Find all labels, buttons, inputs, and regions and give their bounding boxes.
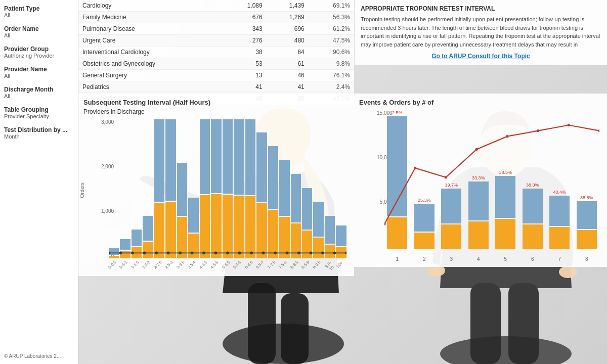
bar-blue-right bbox=[549, 196, 570, 226]
filter-order-name-label: Order Name bbox=[4, 25, 74, 32]
chart-left-container: Orders 3,0002,0001,0000 0-0.50.5-11-1.51… bbox=[83, 119, 349, 271]
bar-blue-right bbox=[495, 176, 515, 218]
bar-orange-right bbox=[441, 224, 461, 250]
bar-group bbox=[313, 119, 323, 258]
bar-orange bbox=[279, 217, 289, 259]
bar-orange bbox=[188, 234, 198, 259]
table-row: Obstetrics and Gynecology 53 61 9.8% bbox=[78, 58, 354, 70]
bar-group-right: 38.0% bbox=[520, 110, 546, 249]
col2-cell: 1,439 bbox=[267, 0, 309, 12]
info-panel: APPROPRIATE TROPONIN RETEST INTERVAL Tro… bbox=[354, 0, 607, 65]
chart-left-subtitle: Providers in Discharge bbox=[83, 108, 349, 115]
table-row: Pediatrics 41 41 2.4% bbox=[78, 81, 354, 93]
bar-orange bbox=[325, 245, 335, 259]
filter-order-name-value: All bbox=[4, 32, 74, 38]
sidebar: Patient Type All Order Name All Provider… bbox=[0, 0, 78, 364]
col2-cell: 61 bbox=[267, 58, 309, 70]
bar-orange bbox=[143, 242, 153, 258]
filter-table-grouping-value: Provider Specialty bbox=[4, 113, 74, 119]
copyright-footer: © ARUP Laboratories 2... bbox=[4, 353, 61, 359]
bar-orange bbox=[120, 251, 130, 258]
bar-group bbox=[200, 119, 210, 258]
x-axis-label-right: 4 bbox=[466, 256, 492, 262]
bar-blue bbox=[234, 119, 244, 195]
bar-orange bbox=[165, 202, 176, 258]
col1-cell: 41 bbox=[225, 81, 267, 93]
bar-blue bbox=[302, 188, 312, 230]
bar-orange bbox=[256, 203, 267, 258]
bar-orange-right bbox=[549, 227, 570, 249]
bar-blue bbox=[154, 119, 164, 202]
bar-orange bbox=[268, 210, 278, 258]
bar-group bbox=[188, 119, 198, 258]
filter-order-name[interactable]: Order Name All bbox=[4, 25, 74, 38]
percentage-label: 25.3% bbox=[418, 198, 431, 203]
col1-cell: 38 bbox=[225, 47, 267, 58]
bar-group bbox=[143, 119, 153, 258]
bar-group bbox=[268, 119, 278, 258]
specialty-cell: Pulmonary Disease bbox=[78, 23, 225, 35]
col1-cell: 343 bbox=[225, 23, 267, 35]
bar-blue bbox=[132, 230, 142, 246]
bar-blue bbox=[313, 202, 323, 237]
bar-orange bbox=[234, 196, 244, 258]
filter-discharge-month-label: Discharge Month bbox=[4, 86, 74, 93]
bar-orange-right bbox=[414, 233, 435, 249]
bar-group bbox=[279, 119, 289, 258]
bar-blue bbox=[143, 216, 153, 241]
table-row: General Surgery 13 46 76.1% bbox=[78, 70, 354, 81]
col3-cell: 56.3% bbox=[309, 12, 354, 23]
filter-provider-group[interactable]: Provider Group Authorizing Provider bbox=[4, 46, 74, 59]
col3-cell: 2.4% bbox=[309, 81, 354, 93]
filter-discharge-month[interactable]: Discharge Month All bbox=[4, 86, 74, 99]
bar-blue bbox=[279, 160, 289, 216]
filter-provider-name[interactable]: Provider Name All bbox=[4, 66, 74, 79]
info-panel-text: Troponin testing should be performed ini… bbox=[361, 15, 601, 49]
bar-orange bbox=[154, 203, 164, 258]
percentage-label: 40.4% bbox=[553, 190, 566, 195]
bar-blue bbox=[200, 119, 210, 194]
col3-cell: 9.8% bbox=[309, 58, 354, 70]
bar-group bbox=[165, 119, 176, 258]
specialty-cell: Family Medicine bbox=[78, 12, 225, 23]
x-axis-label-right: 7 bbox=[547, 256, 573, 262]
bar-blue bbox=[336, 225, 346, 246]
bar-orange-right bbox=[387, 217, 407, 249]
filter-patient-type-value: All bbox=[4, 12, 74, 18]
filter-table-grouping[interactable]: Table Grouping Provider Specialty bbox=[4, 106, 74, 119]
bar-orange bbox=[177, 217, 187, 259]
bar-group bbox=[336, 119, 346, 258]
table-row: Interventional Cardiology 38 64 90.6% bbox=[78, 47, 354, 58]
filter-table-grouping-label: Table Grouping bbox=[4, 106, 74, 113]
x-axis-label-right: 2 bbox=[412, 256, 438, 262]
bar-group-right: 2.5% bbox=[384, 110, 410, 249]
bar-group bbox=[211, 119, 221, 258]
x-axis-label-right: 5 bbox=[493, 256, 518, 262]
bar-orange-right bbox=[468, 221, 489, 249]
col2-cell: 46 bbox=[267, 70, 309, 81]
chart-right-x-axis: 12345678 bbox=[384, 256, 599, 262]
percentage-label: 38.0% bbox=[526, 183, 539, 188]
bar-blue-right bbox=[468, 181, 489, 220]
bar-orange-right bbox=[523, 224, 543, 250]
bar-group bbox=[177, 119, 187, 258]
filter-provider-name-value: All bbox=[4, 73, 74, 79]
specialty-cell: Cardiology bbox=[78, 0, 225, 12]
filter-patient-type[interactable]: Patient Type All bbox=[4, 5, 74, 18]
chart-left-y-label: Orders bbox=[79, 183, 85, 198]
filter-provider-name-label: Provider Name bbox=[4, 66, 74, 73]
bar-blue bbox=[223, 119, 233, 194]
col3-cell: 76.1% bbox=[309, 70, 354, 81]
bar-blue bbox=[291, 174, 301, 222]
arup-consult-link[interactable]: Go to ARUP Consult for this Topic bbox=[361, 53, 601, 60]
specialty-table: Cardiology 1,089 1,439 69.1% Family Medi… bbox=[78, 0, 354, 105]
percentage-label: 38.8% bbox=[580, 195, 593, 200]
col1-cell: 53 bbox=[225, 58, 267, 70]
bar-group bbox=[291, 119, 301, 258]
specialty-cell: Pediatrics bbox=[78, 81, 225, 93]
bar-orange bbox=[336, 247, 346, 258]
bar-group-right: 25.3% bbox=[412, 110, 438, 249]
table-row: Urgent Care 276 480 47.5% bbox=[78, 35, 354, 47]
filter-test-distribution[interactable]: Test Distribution by ... Month bbox=[4, 126, 74, 140]
specialty-cell: Interventional Cardiology bbox=[78, 47, 225, 58]
